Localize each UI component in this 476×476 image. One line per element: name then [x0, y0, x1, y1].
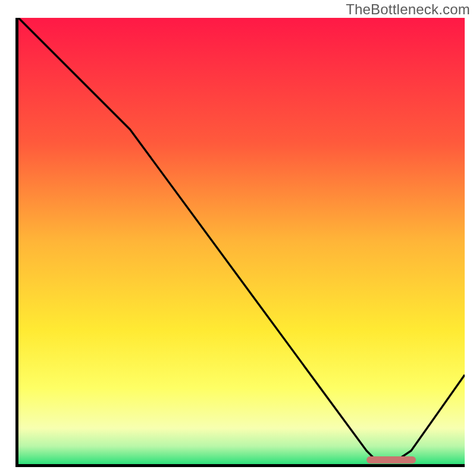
chart-line-series — [18, 18, 465, 464]
chart-plot-area — [15, 18, 465, 467]
chart-optimum-marker — [367, 456, 416, 464]
chart-line-path — [18, 18, 465, 460]
watermark-label: TheBottleneck.com — [346, 1, 470, 18]
